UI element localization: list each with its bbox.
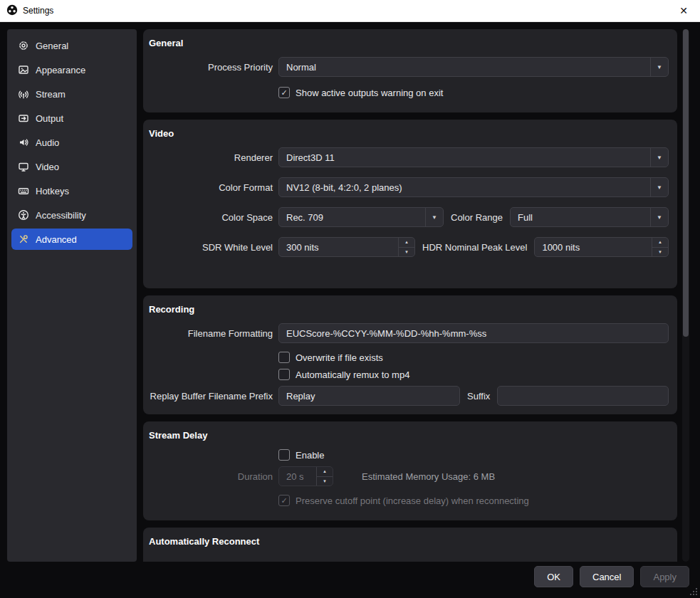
sidebar-item-stream[interactable]: Stream xyxy=(11,83,132,105)
spin-down-icon[interactable]: ▼ xyxy=(652,247,668,257)
warning-checkbox[interactable]: ✓ xyxy=(278,87,290,98)
color-space-label: Color Space xyxy=(147,212,273,223)
sdr-white-fields: 300 nits ▲ ▼ HDR Nominal Peak Level 1000… xyxy=(278,237,669,257)
chevron-down-icon[interactable]: ▼ xyxy=(650,178,668,196)
check-icon: ✓ xyxy=(281,89,287,97)
overwrite-row: Overwrite if file exists xyxy=(147,352,669,363)
sidebar-item-label: Accessibility xyxy=(36,210,86,221)
speaker-icon xyxy=(17,137,29,149)
remux-label: Automatically remux to mp4 xyxy=(296,369,409,380)
overwrite-label: Overwrite if file exists xyxy=(296,352,383,363)
renderer-select[interactable]: Direct3D 11 ▼ xyxy=(278,147,669,167)
color-space-value: Rec. 709 xyxy=(279,212,425,223)
warning-checkbox-row: ✓ Show active outputs warning on exit xyxy=(147,87,669,98)
enable-row: Enable xyxy=(147,449,669,461)
duration-spinner: 20 s ▲ ▼ xyxy=(278,466,333,486)
hdr-peak-spinner[interactable]: 1000 nits ▲ ▼ xyxy=(534,237,669,257)
filename-label: Filename Formatting xyxy=(147,328,273,339)
spinner-buttons: ▲ ▼ xyxy=(316,467,333,486)
remux-checkbox[interactable] xyxy=(278,369,290,380)
color-range-select[interactable]: Full ▼ xyxy=(510,207,669,227)
accessibility-icon xyxy=(17,209,29,221)
sidebar-item-accessibility[interactable]: Accessibility xyxy=(11,204,132,226)
renderer-value: Direct3D 11 xyxy=(279,152,650,163)
sidebar-item-advanced[interactable]: Advanced xyxy=(11,229,132,250)
obs-logo-icon xyxy=(6,4,18,18)
spin-up-icon[interactable]: ▲ xyxy=(652,238,668,247)
sidebar-item-label: Stream xyxy=(36,89,66,100)
section-stream-delay: Stream Delay Enable Duration 20 s ▲ ▼ xyxy=(143,421,677,520)
sidebar-item-label: Appearance xyxy=(36,65,85,75)
overwrite-checkbox[interactable] xyxy=(278,352,290,363)
process-priority-label: Process Priority xyxy=(147,62,273,73)
sidebar-item-label: Advanced xyxy=(36,234,77,245)
suffix-input[interactable] xyxy=(497,386,669,406)
sidebar-item-video[interactable]: Video xyxy=(11,156,132,177)
close-icon[interactable]: ✕ xyxy=(667,0,700,22)
replay-prefix-row: Replay Buffer Filename Prefix Replay Suf… xyxy=(147,386,669,406)
warning-checkbox-wrap: ✓ Show active outputs warning on exit xyxy=(278,87,669,98)
cancel-button[interactable]: Cancel xyxy=(580,566,634,587)
chevron-down-icon[interactable]: ▼ xyxy=(425,208,443,226)
chevron-down-icon[interactable]: ▼ xyxy=(650,208,668,226)
color-format-row: Color Format NV12 (8-bit, 4:2:0, 2 plane… xyxy=(147,177,669,197)
gear-icon xyxy=(17,40,29,52)
sidebar-item-output[interactable]: Output xyxy=(11,107,132,129)
section-general: General Process Priority Normal ▼ ✓ Show… xyxy=(143,29,677,112)
duration-value: 20 s xyxy=(279,467,316,486)
ok-button[interactable]: OK xyxy=(534,566,573,587)
antenna-icon xyxy=(17,88,29,100)
sdr-white-spinner[interactable]: 300 nits ▲ ▼ xyxy=(278,237,415,257)
process-priority-value: Normal xyxy=(279,62,650,73)
sidebar-item-general[interactable]: General xyxy=(11,35,132,56)
hdr-peak-value: 1000 nits xyxy=(535,238,652,256)
appearance-icon xyxy=(17,64,29,76)
hdr-peak-label: HDR Nominal Peak Level xyxy=(422,242,527,253)
color-space-row: Color Space Rec. 709 ▼ Color Range Full … xyxy=(147,207,669,227)
color-format-label: Color Format xyxy=(147,182,273,193)
preserve-label: Preserve cutoff point (increase delay) w… xyxy=(296,495,529,506)
scrollbar-thumb[interactable] xyxy=(683,29,689,337)
sidebar-item-appearance[interactable]: Appearance xyxy=(11,59,132,80)
chevron-down-icon[interactable]: ▼ xyxy=(650,58,668,76)
filename-row: Filename Formatting EUCScore-%CCYY-%MM-%… xyxy=(147,323,669,343)
display-icon xyxy=(17,161,29,173)
enable-checkbox-wrap: Enable xyxy=(278,449,669,461)
tools-icon xyxy=(17,234,29,246)
preserve-checkbox-wrap: ✓ Preserve cutoff point (increase delay)… xyxy=(278,495,669,506)
color-format-value: NV12 (8-bit, 4:2:0, 2 planes) xyxy=(279,182,650,193)
section-heading: Video xyxy=(147,122,669,147)
titlebar: Settings ✕ xyxy=(0,0,700,22)
spin-down-icon[interactable]: ▼ xyxy=(399,247,414,257)
duration-fields: 20 s ▲ ▼ Estimated Memory Usage: 6 MB xyxy=(278,466,669,486)
replay-prefix-input[interactable]: Replay xyxy=(278,386,460,406)
section-recording: Recording Filename Formatting EUCScore-%… xyxy=(143,295,677,414)
resize-grip-icon[interactable] xyxy=(690,588,697,595)
color-space-select[interactable]: Rec. 709 ▼ xyxy=(278,207,444,227)
section-heading: Automatically Reconnect xyxy=(147,530,669,555)
sidebar-item-audio[interactable]: Audio xyxy=(11,132,132,153)
spin-up-icon[interactable]: ▲ xyxy=(399,238,414,247)
color-space-fields: Rec. 709 ▼ Color Range Full ▼ xyxy=(278,207,669,227)
section-heading: General xyxy=(147,32,669,57)
spin-down-icon: ▼ xyxy=(317,476,333,486)
vertical-scrollbar[interactable] xyxy=(682,29,689,562)
sdr-white-row: SDR White Level 300 nits ▲ ▼ HDR Nominal… xyxy=(147,237,669,257)
color-format-select[interactable]: NV12 (8-bit, 4:2:0, 2 planes) ▼ xyxy=(278,177,669,197)
remux-row: Automatically remux to mp4 xyxy=(147,369,669,380)
enable-checkbox[interactable] xyxy=(278,449,290,461)
apply-button: Apply xyxy=(640,566,689,587)
process-priority-select[interactable]: Normal ▼ xyxy=(278,57,669,77)
filename-input[interactable]: EUCScore-%CCYY-%MM-%DD-%hh-%mm-%ss xyxy=(278,323,669,343)
chevron-down-icon[interactable]: ▼ xyxy=(650,148,668,167)
sidebar-item-label: Hotkeys xyxy=(36,186,69,196)
sdr-white-value: 300 nits xyxy=(279,238,398,256)
renderer-row: Renderer Direct3D 11 ▼ xyxy=(147,147,669,167)
replay-prefix-label: Replay Buffer Filename Prefix xyxy=(147,391,273,402)
settings-window: Settings ✕ General Appearance Stream xyxy=(0,0,700,598)
sidebar-item-hotkeys[interactable]: Hotkeys xyxy=(11,180,132,201)
color-range-label: Color Range xyxy=(451,212,503,223)
window-title: Settings xyxy=(23,6,53,16)
remux-checkbox-wrap: Automatically remux to mp4 xyxy=(278,369,669,380)
replay-prefix-fields: Replay Suffix xyxy=(278,386,669,406)
